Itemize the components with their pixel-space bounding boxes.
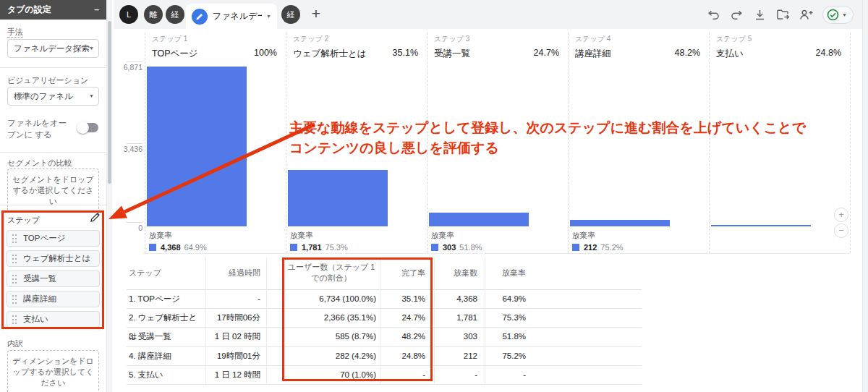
steps-label: ステップ xyxy=(7,215,40,226)
step-index-label: ステップ 3 xyxy=(434,34,559,44)
y-axis-tick xyxy=(127,61,142,62)
panel-title: タブの設定 xyxy=(7,4,51,14)
status-ok-button[interactable]: ▼ xyxy=(822,6,854,24)
table-cell: 48.2% xyxy=(382,327,425,346)
funnel-bar-3[interactable] xyxy=(429,213,529,226)
open-funnel-toggle[interactable] xyxy=(78,123,98,132)
step-name-row: 講座詳細48.2% xyxy=(575,48,700,60)
drag-handle-icon[interactable] xyxy=(12,294,17,307)
abandonment-block-2: 放棄率1,78175.3% xyxy=(290,231,420,252)
abandonment-rate: 64.9% xyxy=(184,243,207,252)
drag-handle-icon[interactable] xyxy=(12,234,17,247)
y-axis-tick xyxy=(127,143,142,144)
step-chip-1[interactable]: TOPページ xyxy=(7,230,100,247)
tab-chip-2[interactable]: 離 xyxy=(144,5,163,24)
abandonment-values: 4,36864.9% xyxy=(149,243,279,252)
step-chip-2[interactable]: ウェブ解析士とは xyxy=(7,250,100,267)
table-cell: - xyxy=(436,365,477,384)
step-name: 受講一覧 xyxy=(434,48,470,60)
table-header-6: 放棄率 xyxy=(475,268,526,278)
y-axis-label: 0 xyxy=(114,223,142,232)
abandonment-count: 4,368 xyxy=(161,243,181,252)
export-icon[interactable] xyxy=(776,8,790,22)
breakdown-dropzone[interactable]: ディメンションをドロップするか選択してください xyxy=(7,350,99,392)
step-completion-rate: 100% xyxy=(254,48,277,60)
table-cell: 2,366 (35.1%) xyxy=(286,308,376,327)
step-completion-rate: 48.2% xyxy=(675,48,700,60)
funnel-bar-1[interactable] xyxy=(147,67,247,226)
table-cell: 75.2% xyxy=(475,346,526,365)
table-cell: 51.8% xyxy=(475,327,526,346)
abandonment-values: 21275.2% xyxy=(572,243,702,252)
step-name: TOPページ xyxy=(152,48,198,60)
funnel-bar-4[interactable] xyxy=(570,220,670,226)
ga4-exploration-window: タブの設定 – 手法 ファネルデータ探索▼ ビジュアリゼーション 標準のファネル… xyxy=(0,0,868,392)
abandonment-label: 放棄率 xyxy=(149,231,279,241)
funnel-bar-2[interactable] xyxy=(288,170,388,226)
active-tab-funnel[interactable]: ファネルデー... ▼ xyxy=(186,4,277,29)
step-header-4: ステップ 4講座詳細48.2% xyxy=(568,34,709,60)
step-name-row: ウェブ解析士とは35.1% xyxy=(293,48,418,60)
add-tab-button[interactable]: + xyxy=(303,0,329,29)
chart-column-divider xyxy=(709,33,710,253)
tab-chip-1[interactable]: L xyxy=(119,5,138,24)
page-scrollbar[interactable] xyxy=(862,0,868,392)
redo-icon[interactable] xyxy=(730,8,744,22)
table-cell: 35.1% xyxy=(382,289,425,308)
step-chip-4[interactable]: 講座詳細 xyxy=(7,291,100,307)
method-label: 手法 xyxy=(7,27,23,38)
drag-handle-icon[interactable] xyxy=(12,274,17,287)
tab-chip-4[interactable]: 経 xyxy=(281,5,300,24)
table-column-border xyxy=(205,257,206,384)
sidebar-scrollbar-thumb[interactable] xyxy=(108,21,111,184)
minimize-icon[interactable]: – xyxy=(94,0,99,20)
edit-steps-icon[interactable] xyxy=(90,212,101,226)
funnel-bar-5[interactable] xyxy=(711,225,811,226)
abandonment-block-4: 放棄率21275.2% xyxy=(572,231,702,252)
table-cell: 64.9% xyxy=(475,289,526,308)
step-header-2: ステップ 2ウェブ解析士とは35.1% xyxy=(286,34,427,60)
step-index-label: ステップ 2 xyxy=(293,34,418,44)
table-cell: 5. 支払い xyxy=(129,365,205,384)
undo-icon[interactable] xyxy=(707,8,720,22)
legend-swatch xyxy=(149,244,156,251)
funnel-canvas: ステップ 1TOPページ100%放棄率4,36864.9%ステップ 2ウェブ解析… xyxy=(114,29,862,392)
abandonment-label: 放棄率 xyxy=(290,231,420,241)
abandonment-count: 1,781 xyxy=(302,243,322,252)
abandonment-rate: 51.8% xyxy=(459,243,482,252)
table-cell: 1,781 xyxy=(436,308,477,327)
chevron-down-icon[interactable]: ▼ xyxy=(266,14,271,19)
table-cell: 1 日 02 時間 xyxy=(197,327,260,346)
table-row-border xyxy=(127,384,642,385)
tab-chip-3[interactable]: 経 xyxy=(166,5,184,24)
divider xyxy=(0,205,106,205)
step-name-row: TOPページ100% xyxy=(152,48,277,60)
zoom-out-button[interactable]: − xyxy=(834,223,848,238)
segment-dropzone[interactable]: セグメントをドロップするか選択してください xyxy=(7,169,99,213)
step-name: ウェブ解析士とは xyxy=(293,48,366,60)
step-header-3: ステップ 3受講一覧24.7% xyxy=(427,34,568,60)
drag-handle-icon[interactable] xyxy=(12,254,17,267)
table-cell: 70 (1.0%) xyxy=(286,365,376,384)
step-index-label: ステップ 1 xyxy=(152,34,277,44)
y-axis-tick xyxy=(127,222,142,223)
download-icon[interactable] xyxy=(753,8,767,22)
add-user-icon[interactable] xyxy=(799,8,813,22)
step-chip-3[interactable]: 受講一覧 xyxy=(7,270,100,287)
step-name: 支払い xyxy=(716,48,744,60)
step-name: 講座詳細 xyxy=(575,48,611,60)
chart-column-divider xyxy=(427,33,427,253)
abandonment-rate: 75.3% xyxy=(326,243,348,252)
table-header-3: ユーザー数（ステップ 1 での割合） xyxy=(284,262,378,284)
chart-column-divider xyxy=(850,33,851,253)
chevron-down-icon: ▼ xyxy=(89,88,94,105)
method-select[interactable]: ファネルデータ探索▼ xyxy=(7,39,99,58)
zoom-in-button[interactable]: + xyxy=(834,208,848,222)
step-chip-5[interactable]: 支払い xyxy=(7,311,100,328)
table-cell: 4,368 xyxy=(436,289,477,308)
visualization-select[interactable]: 標準のファネル▼ xyxy=(7,87,99,106)
table-cell: 303 xyxy=(436,327,477,346)
y-axis-label: 6,871 xyxy=(114,63,142,72)
visualization-label: ビジュアリゼーション xyxy=(7,75,88,86)
drag-handle-icon[interactable] xyxy=(12,315,17,328)
